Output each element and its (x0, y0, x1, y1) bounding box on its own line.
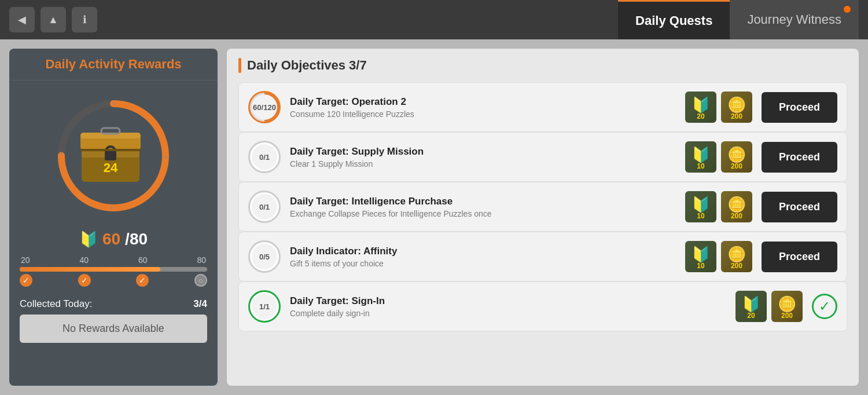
quest-progress-text-0: 60/120 (252, 94, 277, 120)
proceed-button-2[interactable]: Proceed (762, 192, 837, 222)
reward-badge-count-1: 10 (697, 162, 704, 170)
info-icon: ℹ (83, 13, 87, 26)
top-bar-left: ◀ ▲ ℹ (9, 7, 97, 32)
quest-row: 60/120 Daily Target: Operation 2 Consume… (238, 82, 847, 132)
reward-badge-icon-0: 🔰 (692, 97, 710, 112)
quest-info-0: Daily Target: Operation 2 Consume 120 In… (290, 96, 676, 119)
chest-svg: 24 (76, 121, 145, 185)
reward-badge-count-0: 20 (697, 112, 704, 120)
collected-label: Collected Today: (20, 298, 92, 310)
top-bar: ◀ ▲ ℹ Daily Quests Journey Witness (0, 0, 868, 39)
quest-progress-circle-1: 0/1 (248, 141, 281, 173)
complete-check-4: ✓ (812, 294, 837, 319)
reward-badge-count-3: 10 (697, 262, 704, 270)
drive-button[interactable]: ▲ (41, 7, 66, 32)
reward-badge-count-4: 20 (747, 312, 755, 320)
quest-row: 0/5 Daily Indicator: Affinity Gift 5 ite… (238, 232, 847, 281)
back-icon: ◀ (18, 13, 26, 26)
progress-bar (20, 267, 207, 272)
circle-progress: 24 (50, 92, 177, 220)
reward-gold-icon-1: 🪙 (727, 147, 746, 162)
quest-progress-circle-4: 1/1 (248, 290, 281, 323)
no-rewards-button: No Rewards Available (20, 314, 207, 343)
left-panel: Daily Activity Rewards (9, 49, 218, 386)
score-total: /80 (125, 230, 148, 248)
chest-image: 24 (76, 121, 151, 191)
progress-bar-fill (20, 267, 160, 272)
reward-gold-1: 🪙 200 (721, 141, 752, 173)
top-bar-right: Daily Quests Journey Witness (618, 0, 859, 39)
reward-gold-icon-3: 🪙 (727, 247, 746, 262)
info-button[interactable]: ℹ (72, 7, 97, 32)
quest-row: 0/1 Daily Target: Intelligence Purchase … (238, 182, 847, 232)
quest-rewards-1: 🔰 10 🪙 200 (685, 141, 752, 173)
tick-markers: ✓ ✓ ✓ ○ (20, 274, 207, 287)
tab-daily-quests[interactable]: Daily Quests (618, 0, 730, 39)
objectives-header: Daily Objectives 3/7 (238, 58, 847, 73)
quest-row: 1/1 Daily Target: Sign-In Complete daily… (238, 281, 847, 331)
reward-gold-0: 🪙 200 (721, 92, 752, 123)
reward-badge-1: 🔰 10 (685, 141, 716, 173)
quest-info-3: Daily Indicator: Affinity Gift 5 items o… (290, 246, 676, 268)
quest-rewards-0: 🔰 20 🪙 200 (685, 92, 752, 123)
quest-info-4: Daily Target: Sign-In Complete daily sig… (290, 295, 726, 318)
reward-badge-icon-1: 🔰 (692, 147, 710, 162)
reward-badge-count-2: 10 (697, 212, 704, 220)
reward-gold-2: 🪙 200 (721, 191, 752, 222)
reward-gold-count-1: 200 (731, 162, 742, 170)
main-content: Daily Activity Rewards (0, 39, 868, 395)
progress-section: 20 40 60 80 ✓ ✓ ✓ ○ (20, 255, 207, 287)
tick-1: ✓ (20, 274, 32, 287)
quest-desc-3: Gift 5 items of your choice (290, 259, 676, 268)
reward-badge-4: 🔰 20 (735, 291, 767, 322)
proceed-button-1[interactable]: Proceed (762, 142, 837, 173)
quest-desc-2: Exchange Collapse Pieces for Intelligenc… (290, 209, 676, 218)
reward-badge-0: 🔰 20 (685, 92, 716, 123)
quest-desc-4: Complete daily sign-in (290, 309, 726, 318)
quest-info-2: Daily Target: Intelligence Purchase Exch… (290, 196, 676, 218)
quest-row: 0/1 Daily Target: Supply Mission Clear 1… (238, 132, 847, 182)
quest-title-3: Daily Indicator: Affinity (290, 246, 676, 257)
collected-row: Collected Today: 3/4 (20, 298, 207, 310)
reward-gold-icon-0: 🪙 (727, 97, 746, 112)
reward-badge-icon-3: 🔰 (692, 247, 710, 262)
tick-2: ✓ (78, 274, 91, 287)
reward-gold-icon-2: 🪙 (727, 197, 746, 212)
quest-progress-text-2: 0/1 (252, 194, 277, 220)
tick-labels: 20 40 60 80 (20, 255, 207, 265)
quest-progress-circle-0: 60/120 (248, 91, 281, 123)
back-button[interactable]: ◀ (9, 7, 35, 32)
quest-desc-1: Clear 1 Supply Mission (290, 159, 676, 169)
quest-title-4: Daily Target: Sign-In (290, 295, 726, 307)
reward-gold-4: 🪙 200 (771, 291, 803, 322)
svg-rect-9 (80, 149, 141, 151)
drive-icon: ▲ (48, 14, 58, 26)
reward-badge-icon-4: 🔰 (742, 297, 760, 312)
reward-gold-icon-4: 🪙 (778, 297, 796, 312)
quest-progress-circle-2: 0/1 (248, 191, 281, 223)
svg-text:24: 24 (104, 160, 118, 175)
tick-3: ✓ (136, 274, 149, 287)
quest-desc-0: Consume 120 Intelligence Puzzles (290, 109, 676, 119)
reward-gold-count-0: 200 (731, 112, 742, 120)
quest-progress-text-3: 0/5 (252, 244, 277, 269)
quest-title-2: Daily Target: Intelligence Purchase (290, 196, 676, 207)
tab-journey-witness[interactable]: Journey Witness (730, 0, 859, 39)
quest-rewards-2: 🔰 10 🪙 200 (685, 191, 752, 222)
reward-gold-count-3: 200 (731, 262, 742, 270)
quest-title-1: Daily Target: Supply Mission (290, 146, 676, 158)
proceed-button-0[interactable]: Proceed (762, 92, 837, 123)
quest-rewards-3: 🔰 10 🪙 200 (685, 241, 752, 272)
score-row: 🔰 60 /80 (79, 230, 148, 248)
proceed-button-3[interactable]: Proceed (762, 242, 837, 272)
quest-rewards-4: 🔰 20 🪙 200 (735, 291, 803, 322)
right-panel: Daily Objectives 3/7 60/120 Daily Target… (227, 49, 859, 386)
reward-badge-2: 🔰 10 (685, 191, 716, 222)
tick-4: ○ (194, 274, 207, 287)
reward-badge-3: 🔰 10 (685, 241, 716, 272)
svg-rect-11 (101, 128, 120, 134)
reward-gold-count-4: 200 (781, 312, 793, 320)
quest-info-1: Daily Target: Supply Mission Clear 1 Sup… (290, 146, 676, 169)
reward-gold-3: 🪙 200 (721, 241, 752, 272)
quest-progress-text-4: 1/1 (252, 294, 277, 319)
